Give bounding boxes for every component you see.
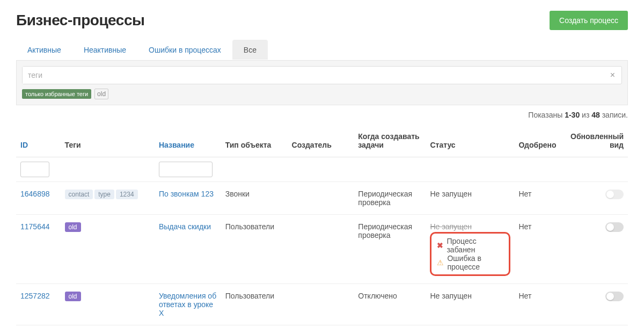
col-header-name[interactable]: Название [155, 125, 221, 157]
row-creator [288, 284, 354, 325]
updated-view-toggle[interactable] [605, 292, 624, 301]
row-status: Не запущен [426, 284, 514, 325]
col-header-updated-view: Обновленный вид [564, 125, 628, 157]
row-approved: Нет [515, 284, 565, 325]
row-creator [288, 215, 354, 284]
table-row: 1646898contacttype1234По звонкам 123Звон… [16, 182, 628, 215]
col-header-when: Когда создавать задачи [354, 125, 426, 157]
create-process-button[interactable]: Создать процесс [550, 11, 628, 30]
tag-input-wrapper: × [22, 66, 622, 84]
row-status: Не запущен [426, 182, 514, 215]
banned-text: Процесс забанен [447, 237, 503, 254]
col-header-approved: Одобрено [515, 125, 565, 157]
row-approved: Нет [515, 182, 565, 215]
updated-view-toggle [605, 190, 624, 199]
col-header-creator: Создатель [288, 125, 354, 157]
row-object-type: Пользователи [221, 325, 288, 328]
updated-view-toggle[interactable] [605, 222, 624, 232]
old-tag-chip[interactable]: old [94, 89, 108, 99]
row-tags: old [61, 284, 155, 325]
row-tags: old [61, 325, 155, 328]
row-approved: Нет [515, 325, 565, 328]
row-tags: contacttype1234 [61, 182, 155, 215]
row-object-type: Пользователи [221, 284, 288, 325]
row-status: Не запущен✖Процесс забанен⚠Ошибка в проц… [426, 215, 514, 284]
status-error-callout: ✖Процесс забанен⚠Ошибка в процессе [430, 232, 510, 276]
row-id-link[interactable]: 1257282 [20, 292, 50, 300]
row-creator [288, 182, 354, 215]
tag-badge[interactable]: type [94, 190, 114, 199]
col-header-object-type: Тип объекта [221, 125, 288, 157]
tag-badge[interactable]: contact [65, 190, 93, 199]
table-row: 1257282oldУведомления об ответах в уроке… [16, 284, 628, 325]
warning-icon: ⚠ [437, 258, 444, 267]
row-name-link[interactable]: По звонкам 123 [159, 190, 214, 198]
tab-inactive[interactable]: Неактивные [72, 40, 137, 60]
row-when: Периодическая проверка [354, 215, 426, 284]
row-when: Отключено [354, 284, 426, 325]
col-header-id[interactable]: ID [16, 125, 61, 157]
filter-name-input[interactable] [159, 162, 213, 177]
row-status: Не запущен [426, 325, 514, 328]
page-title: Бизнес-процессы [16, 12, 144, 29]
row-tags: old [61, 215, 155, 284]
error-text: Ошибка в процессе [447, 254, 503, 271]
tab-active[interactable]: Активные [16, 40, 72, 60]
row-approved: Нет [515, 215, 565, 284]
row-id-link[interactable]: 1175644 [20, 222, 50, 231]
row-when: Периодическая проверка [354, 182, 426, 215]
filter-panel: × только избранные теги old [16, 60, 628, 105]
col-header-status: Статус [426, 125, 514, 157]
row-name-link[interactable]: Уведомления об ответах в уроке X [159, 292, 216, 317]
row-id-link[interactable]: 1646898 [20, 190, 50, 198]
filter-row [16, 157, 628, 182]
filter-id-input[interactable] [20, 162, 49, 177]
tab-all[interactable]: Все [232, 40, 268, 60]
tab-errors[interactable]: Ошибки в процессах [137, 40, 232, 60]
row-when: Отключено [354, 325, 426, 328]
row-name-link[interactable]: Выдача скидки [159, 222, 211, 231]
table-row: 1175644oldВыдача скидкиПользователиПерио… [16, 215, 628, 284]
tag-badge[interactable]: old [65, 292, 81, 301]
tag-badge[interactable]: 1234 [116, 190, 138, 199]
row-object-type: Пользователи [221, 215, 288, 284]
row-creator [288, 325, 354, 328]
row-object-type: Звонки [221, 182, 288, 215]
filter-chips: только избранные теги old [22, 89, 622, 99]
x-icon: ✖ [437, 241, 443, 250]
tags-input[interactable] [23, 67, 604, 84]
page-header: Бизнес-процессы Создать процесс [16, 11, 628, 30]
tag-badge[interactable]: old [65, 222, 81, 232]
col-header-tags: Теги [61, 125, 155, 157]
favorites-only-chip[interactable]: только избранные теги [22, 89, 91, 99]
table-row: 1260299oldТестовый процессПользователиОт… [16, 325, 628, 328]
tabs: Активные Неактивные Ошибки в процессах В… [16, 40, 628, 60]
clear-tags-icon[interactable]: × [604, 70, 621, 80]
process-table: ID Теги Название Тип объекта Создатель К… [16, 125, 628, 327]
results-summary: Показаны 1-30 из 48 записи. [16, 111, 628, 119]
